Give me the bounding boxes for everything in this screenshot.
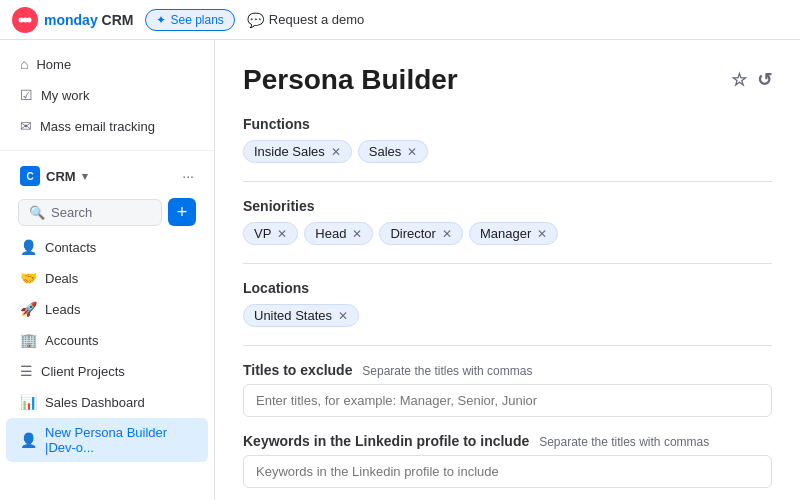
history-icon[interactable]: ↺: [757, 69, 772, 91]
tag-head: Head ✕: [304, 222, 373, 245]
sidebar-crm-header: C CRM ▾ ···: [6, 160, 208, 192]
chat-icon: 💬: [247, 12, 264, 28]
sidebar-crm-title[interactable]: C CRM ▾: [20, 166, 88, 186]
sidebar-item-mass-email[interactable]: ✉ Mass email tracking: [6, 111, 208, 141]
logo-monday: monday: [44, 12, 98, 28]
sidebar-item-leads[interactable]: 🚀 Leads: [6, 294, 208, 324]
main-layout: ⌂ Home ☑ My work ✉ Mass email tracking C…: [0, 40, 800, 500]
topbar: monday CRM ✦ See plans 💬 Request a demo: [0, 0, 800, 40]
tag-united-states: United States ✕: [243, 304, 359, 327]
seniorities-section: Seniorities VP ✕ Head ✕ Director ✕ Manag…: [243, 198, 772, 245]
sidebar-item-my-work[interactable]: ☑ My work: [6, 80, 208, 110]
search-placeholder: Search: [51, 205, 92, 220]
keywords-include-block: Keywords in the Linkedin profile to incl…: [243, 433, 772, 488]
sidebar-crm-actions: ···: [182, 168, 194, 184]
email-icon: ✉: [20, 118, 32, 134]
divider-2: [243, 263, 772, 264]
deals-icon: 🤝: [20, 270, 37, 286]
add-button[interactable]: +: [168, 198, 196, 226]
sidebar-item-persona-builder[interactable]: 👤 New Persona Builder |Dev-o...: [6, 418, 208, 462]
more-options-icon[interactable]: ···: [182, 168, 194, 184]
chevron-down-icon: ▾: [82, 170, 88, 183]
keywords-include-title: Keywords in the Linkedin profile to incl…: [243, 433, 529, 449]
tag-inside-sales-remove[interactable]: ✕: [331, 145, 341, 159]
titles-exclude-label: Titles to exclude Separate the titles wi…: [243, 362, 772, 378]
svg-point-2: [27, 17, 32, 22]
content-area: Persona Builder ☆ ↺ Functions Inside Sal…: [215, 40, 800, 500]
leads-icon: 🚀: [20, 301, 37, 317]
tag-vp: VP ✕: [243, 222, 298, 245]
search-bar-container: 🔍 Search +: [6, 194, 208, 230]
persona-icon: 👤: [20, 432, 37, 448]
tag-sales: Sales ✕: [358, 140, 429, 163]
logo-area: monday CRM: [12, 7, 133, 33]
tag-vp-label: VP: [254, 226, 271, 241]
tag-manager-remove[interactable]: ✕: [537, 227, 547, 241]
projects-icon: ☰: [20, 363, 33, 379]
keywords-include-label: Keywords in the Linkedin profile to incl…: [243, 433, 772, 449]
dashboard-icon: 📊: [20, 394, 37, 410]
page-title-icons: ☆ ↺: [731, 69, 772, 91]
tag-manager-label: Manager: [480, 226, 531, 241]
sidebar-item-home-label: Home: [36, 57, 71, 72]
functions-section: Functions Inside Sales ✕ Sales ✕: [243, 116, 772, 163]
keywords-include-input[interactable]: [243, 455, 772, 488]
tag-head-label: Head: [315, 226, 346, 241]
sidebar-item-sales-dashboard[interactable]: 📊 Sales Dashboard: [6, 387, 208, 417]
page-title-row: Persona Builder ☆ ↺: [243, 64, 772, 96]
tag-director: Director ✕: [379, 222, 463, 245]
sidebar-item-client-projects-label: Client Projects: [41, 364, 125, 379]
titles-exclude-input[interactable]: [243, 384, 772, 417]
sidebar-item-client-projects[interactable]: ☰ Client Projects: [6, 356, 208, 386]
functions-label: Functions: [243, 116, 772, 132]
sidebar-item-my-work-label: My work: [41, 88, 89, 103]
tag-vp-remove[interactable]: ✕: [277, 227, 287, 241]
logo-text: monday CRM: [44, 12, 133, 28]
sidebar-item-sales-dashboard-label: Sales Dashboard: [45, 395, 145, 410]
sidebar-item-deals[interactable]: 🤝 Deals: [6, 263, 208, 293]
tag-inside-sales: Inside Sales ✕: [243, 140, 352, 163]
sidebar-crm-label: CRM: [46, 169, 76, 184]
titles-exclude-title: Titles to exclude: [243, 362, 352, 378]
logo-crm: CRM: [98, 12, 134, 28]
tag-manager: Manager ✕: [469, 222, 558, 245]
star-icon[interactable]: ☆: [731, 69, 747, 91]
keywords-include-sublabel: Separate the titles with commas: [539, 435, 709, 449]
request-demo-label: Request a demo: [269, 12, 364, 27]
sidebar-item-contacts[interactable]: 👤 Contacts: [6, 232, 208, 262]
seniorities-tags: VP ✕ Head ✕ Director ✕ Manager ✕: [243, 222, 772, 245]
tag-united-states-remove[interactable]: ✕: [338, 309, 348, 323]
locations-section: Locations United States ✕: [243, 280, 772, 327]
search-icon: 🔍: [29, 205, 45, 220]
tag-director-label: Director: [390, 226, 436, 241]
sidebar-item-contacts-label: Contacts: [45, 240, 96, 255]
sidebar-item-home[interactable]: ⌂ Home: [6, 49, 208, 79]
sidebar-item-mass-email-label: Mass email tracking: [40, 119, 155, 134]
sidebar-nav-top: ⌂ Home ☑ My work ✉ Mass email tracking: [0, 40, 214, 151]
monday-logo-icon: [12, 7, 38, 33]
tag-sales-label: Sales: [369, 144, 402, 159]
mywork-icon: ☑: [20, 87, 33, 103]
sidebar-item-deals-label: Deals: [45, 271, 78, 286]
locations-label: Locations: [243, 280, 772, 296]
page-title: Persona Builder: [243, 64, 458, 96]
seniorities-label: Seniorities: [243, 198, 772, 214]
tag-head-remove[interactable]: ✕: [352, 227, 362, 241]
sidebar-item-accounts[interactable]: 🏢 Accounts: [6, 325, 208, 355]
locations-tags: United States ✕: [243, 304, 772, 327]
titles-exclude-sublabel: Separate the titles with commas: [362, 364, 532, 378]
sidebar: ⌂ Home ☑ My work ✉ Mass email tracking C…: [0, 40, 215, 500]
search-input[interactable]: 🔍 Search: [18, 199, 162, 226]
sidebar-item-leads-label: Leads: [45, 302, 80, 317]
sidebar-item-persona-builder-label: New Persona Builder |Dev-o...: [45, 425, 194, 455]
contacts-icon: 👤: [20, 239, 37, 255]
tag-sales-remove[interactable]: ✕: [407, 145, 417, 159]
home-icon: ⌂: [20, 56, 28, 72]
sidebar-crm-section: C CRM ▾ ··· 🔍 Search + 👤 Contacts: [0, 151, 214, 471]
see-plans-button[interactable]: ✦ See plans: [145, 9, 234, 31]
request-demo-button[interactable]: 💬 Request a demo: [247, 12, 364, 28]
titles-exclude-block: Titles to exclude Separate the titles wi…: [243, 362, 772, 417]
crm-logo-icon: C: [20, 166, 40, 186]
divider-1: [243, 181, 772, 182]
tag-director-remove[interactable]: ✕: [442, 227, 452, 241]
